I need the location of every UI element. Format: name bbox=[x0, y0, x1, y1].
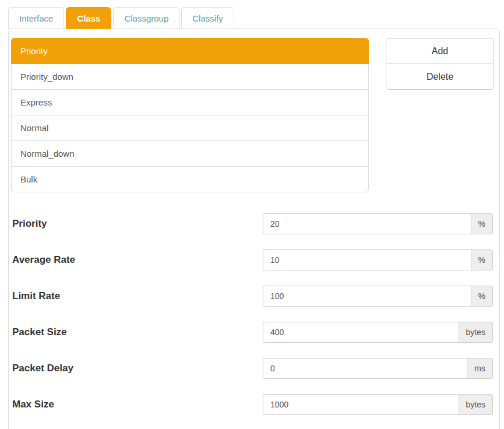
average-rate-label: Average Rate bbox=[12, 254, 263, 266]
form-row-average-rate: Average Rate % bbox=[12, 249, 493, 270]
max-size-input-group: bytes bbox=[263, 394, 493, 415]
class-list: Priority Priority_down Express Normal No… bbox=[11, 38, 369, 192]
list-item-express[interactable]: Express bbox=[12, 90, 368, 115]
priority-input[interactable] bbox=[263, 213, 471, 234]
limit-rate-label: Limit Rate bbox=[12, 290, 263, 302]
form-row-packet-size: Packet Size bytes bbox=[12, 322, 493, 343]
packet-size-label: Packet Size bbox=[12, 326, 263, 338]
tab-content-panel: Priority Priority_down Express Normal No… bbox=[8, 29, 500, 429]
list-item-normal-down[interactable]: Normal_down bbox=[12, 141, 368, 167]
tab-class[interactable]: Class bbox=[66, 7, 111, 29]
average-rate-input-group: % bbox=[263, 249, 493, 270]
limit-rate-unit-addon: % bbox=[471, 286, 493, 307]
priority-unit-addon: % bbox=[471, 213, 493, 234]
tab-interface[interactable]: Interface bbox=[8, 7, 64, 29]
list-item-priority-down[interactable]: Priority_down bbox=[12, 64, 368, 90]
qos-settings-page: Interface Class Classgroup Classify Prio… bbox=[8, 7, 500, 429]
priority-input-group: % bbox=[263, 213, 493, 234]
packet-delay-input[interactable] bbox=[263, 358, 467, 379]
max-size-input[interactable] bbox=[263, 394, 459, 415]
class-list-section: Priority Priority_down Express Normal No… bbox=[9, 29, 499, 192]
list-item-priority[interactable]: Priority bbox=[11, 38, 369, 64]
form-row-priority: Priority % bbox=[12, 213, 493, 234]
priority-label: Priority bbox=[12, 218, 263, 230]
limit-rate-input-group: % bbox=[263, 286, 493, 307]
packet-size-unit-addon: bytes bbox=[459, 322, 493, 343]
packet-delay-label: Packet Delay bbox=[12, 363, 263, 374]
add-button[interactable]: Add bbox=[386, 38, 494, 64]
form-row-max-size: Max Size bytes bbox=[12, 394, 493, 415]
packet-size-input-group: bytes bbox=[263, 322, 493, 343]
list-action-buttons: Add Delete bbox=[386, 38, 494, 192]
delete-button[interactable]: Delete bbox=[386, 64, 494, 90]
tab-classgroup[interactable]: Classgroup bbox=[113, 7, 179, 29]
packet-delay-unit-addon: ms bbox=[467, 358, 493, 379]
limit-rate-input[interactable] bbox=[263, 286, 471, 307]
max-size-label: Max Size bbox=[12, 399, 263, 410]
list-item-normal[interactable]: Normal bbox=[12, 115, 368, 141]
tab-classify[interactable]: Classify bbox=[181, 7, 234, 29]
average-rate-input[interactable] bbox=[263, 249, 471, 270]
average-rate-unit-addon: % bbox=[471, 249, 493, 270]
form-row-limit-rate: Limit Rate % bbox=[12, 286, 493, 307]
list-item-bulk[interactable]: Bulk bbox=[12, 167, 368, 192]
packet-delay-input-group: ms bbox=[263, 358, 493, 379]
packet-size-input[interactable] bbox=[263, 322, 459, 343]
tab-bar: Interface Class Classgroup Classify bbox=[8, 7, 500, 29]
form-row-packet-delay: Packet Delay ms bbox=[12, 358, 493, 379]
class-settings-form: Priority % Average Rate % Limit Rate % bbox=[9, 213, 499, 415]
max-size-unit-addon: bytes bbox=[459, 394, 493, 415]
